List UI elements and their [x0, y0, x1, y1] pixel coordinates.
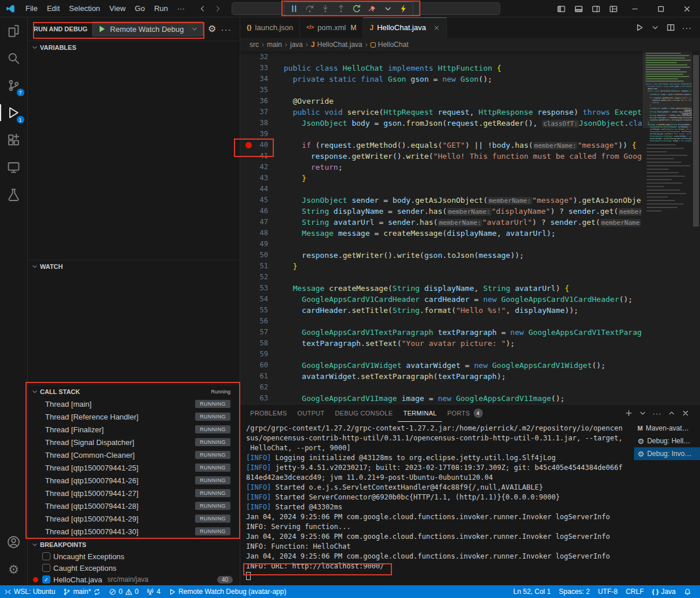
step-into-button[interactable] — [317, 2, 333, 15]
thread-row[interactable]: Thread [qtp1500079441-25]RUNNING — [28, 461, 240, 474]
minimap[interactable]: public class HelloChat implements HttpFu… — [643, 52, 692, 404]
run-dropdown[interactable] — [651, 23, 659, 32]
ports-forwarded[interactable]: 4 — [142, 585, 164, 598]
breadcrumb-item[interactable]: HelloChat — [371, 41, 409, 49]
code-editor[interactable]: 3233public class HelloChat implements Ht… — [240, 52, 700, 404]
language-mode[interactable]: { }Java — [648, 585, 680, 598]
thread-row[interactable]: Thread [Reference Handler]RUNNING — [28, 410, 240, 423]
thread-row[interactable]: Thread [qtp1500079441-26]RUNNING — [28, 474, 240, 487]
code-line-39[interactable]: 39 — [240, 129, 700, 140]
menu-go[interactable]: Go — [130, 2, 149, 14]
run-and-debug-icon[interactable]: 1 — [0, 99, 28, 126]
code-line-33[interactable]: 33public class HelloChat implements Http… — [240, 63, 700, 74]
toggle-secondary-sidebar-button[interactable] — [587, 0, 604, 17]
code-line-35[interactable]: 35 — [240, 85, 700, 96]
tab-launch-json[interactable]: {}launch.json — [240, 17, 300, 38]
forward-button[interactable] — [214, 5, 222, 13]
code-line-52[interactable]: 52 — [240, 272, 700, 283]
settings-gear-icon[interactable]: ⚙ — [0, 556, 28, 583]
breadcrumb-item[interactable]: main — [267, 41, 282, 49]
menu-selection[interactable]: Selection — [64, 2, 104, 14]
close-window-button[interactable] — [674, 0, 700, 17]
code-line-60[interactable]: 60 GoogleAppsCardV1Widget avatarWidget =… — [240, 360, 700, 371]
breakpoints-header[interactable]: BREAKPOINTS — [28, 538, 240, 550]
thread-row[interactable]: Thread [main]RUNNING — [28, 398, 240, 410]
git-branch[interactable]: main* — [59, 585, 105, 598]
code-line-56[interactable]: 56 — [240, 316, 700, 327]
code-line-44[interactable]: 44 — [240, 184, 700, 195]
source-control-icon[interactable]: 7 — [0, 72, 28, 99]
breakpoint-row[interactable]: ✓HelloChat.javasrc/main/java40 — [28, 574, 240, 585]
back-button[interactable] — [199, 5, 207, 13]
tab-pom-xml[interactable]: </>pom.xmlM — [300, 17, 363, 38]
menu-view[interactable]: View — [105, 2, 130, 14]
menu-more[interactable]: ··· — [173, 2, 189, 14]
watch-header[interactable]: WATCH — [28, 260, 240, 272]
close-tab-icon[interactable] — [433, 24, 440, 31]
eol-sequence[interactable]: CRLF — [622, 585, 648, 598]
code-line-55[interactable]: 55 cardHeader.setTitle(String.format("He… — [240, 305, 700, 316]
run-button[interactable] — [635, 23, 644, 32]
thread-row[interactable]: Thread [qtp1500079441-30]RUNNING — [28, 525, 240, 538]
breakpoint-row[interactable]: Caught Exceptions — [28, 562, 240, 574]
search-icon[interactable] — [0, 45, 28, 72]
hot-code-replace-button[interactable] — [395, 2, 411, 15]
explorer-icon[interactable] — [0, 17, 28, 45]
thread-row[interactable]: Thread [qtp1500079441-29]RUNNING — [28, 512, 240, 525]
thread-row[interactable]: Thread [qtp1500079441-28]RUNNING — [28, 499, 240, 512]
tab-hellochat-java[interactable]: JHelloChat.java — [363, 17, 446, 38]
code-line-53[interactable]: 53 Message createMessage(String displayN… — [240, 283, 700, 294]
breakpoint-checkbox[interactable] — [42, 552, 50, 560]
code-line-58[interactable]: 58 textParagraph.setText("Your avatar pi… — [240, 338, 700, 349]
cursor-position[interactable]: Ln 52, Col 1 — [510, 585, 555, 598]
breadcrumb-item[interactable]: src — [250, 41, 259, 49]
code-line-34[interactable]: 34 private static final Gson gson = new … — [240, 74, 700, 85]
thread-row[interactable]: Thread [qtp1500079441-27]RUNNING — [28, 487, 240, 499]
panel-more-button[interactable]: ··· — [653, 410, 662, 417]
code-line-49[interactable]: 49 — [240, 239, 700, 250]
encoding[interactable]: UTF-8 — [594, 585, 622, 598]
restart-button[interactable] — [349, 2, 364, 15]
code-line-45[interactable]: 45 JsonObject sender = body.getAsJsonObj… — [240, 195, 700, 206]
remote-indicator[interactable]: WSL: Ubuntu — [0, 585, 59, 598]
code-line-62[interactable]: 62 — [240, 382, 700, 393]
editor-more-button[interactable]: ··· — [682, 24, 692, 32]
panel-tab-output[interactable]: OUTPUT — [292, 404, 330, 422]
code-line-37[interactable]: 37 public void service(HttpRequest reque… — [240, 107, 700, 118]
debug-session[interactable]: Remote Watch Debug (avatar-app) — [164, 585, 290, 598]
terminal-list-item[interactable]: MMaven-avat… — [634, 422, 700, 435]
notifications-bell[interactable] — [680, 585, 695, 598]
customize-layout-button[interactable] — [604, 0, 622, 17]
debug-session-dropdown[interactable] — [380, 2, 395, 15]
sidebar-more-icon[interactable]: ··· — [221, 25, 231, 34]
pause-button[interactable] — [286, 2, 302, 15]
menu-edit[interactable]: Edit — [42, 2, 64, 14]
start-debug-icon[interactable] — [97, 24, 107, 34]
panel-tab-terminal[interactable]: TERMINAL — [398, 404, 442, 422]
panel-tab-debug-console[interactable]: DEBUG CONSOLE — [330, 404, 398, 422]
extensions-icon[interactable] — [0, 126, 28, 154]
thread-row[interactable]: Thread [Common-Cleaner]RUNNING — [28, 448, 240, 461]
code-line-57[interactable]: 57 GoogleAppsCardV1TextParagraph textPar… — [240, 327, 700, 338]
code-line-38[interactable]: 38 JsonObject body = gson.fromJson(reque… — [240, 118, 700, 129]
panel-tab-ports[interactable]: PORTS4 — [442, 404, 488, 422]
code-line-47[interactable]: 47 String avatarUrl = sender.has(memberN… — [240, 217, 700, 228]
maximize-panel-button[interactable] — [668, 409, 676, 417]
menu-run[interactable]: Run — [149, 2, 173, 14]
code-line-51[interactable]: 51 } — [240, 261, 700, 272]
thread-row[interactable]: Thread [Signal Dispatcher]RUNNING — [28, 436, 240, 448]
new-terminal-button[interactable] — [625, 409, 633, 417]
call-stack-header[interactable]: CALL STACK Running — [28, 385, 240, 398]
code-line-46[interactable]: 46 String displayName = sender.has(membe… — [240, 206, 700, 217]
indentation[interactable]: Spaces: 2 — [555, 585, 593, 598]
terminal-list-item[interactable]: ⚙Debug: Hell… — [634, 435, 700, 447]
terminal-list-item[interactable]: ⚙Debug: Invo… — [634, 447, 700, 460]
toggle-primary-sidebar-button[interactable] — [552, 0, 570, 17]
breakpoint-checkbox[interactable]: ✓ — [42, 575, 50, 584]
menu-file[interactable]: File — [21, 2, 42, 14]
minimize-button[interactable] — [622, 0, 648, 17]
variables-header[interactable]: VARIABLES — [28, 41, 240, 53]
terminal-profile-dropdown[interactable] — [639, 409, 647, 417]
remote-explorer-icon[interactable] — [0, 154, 28, 181]
split-editor-button[interactable] — [666, 23, 675, 32]
